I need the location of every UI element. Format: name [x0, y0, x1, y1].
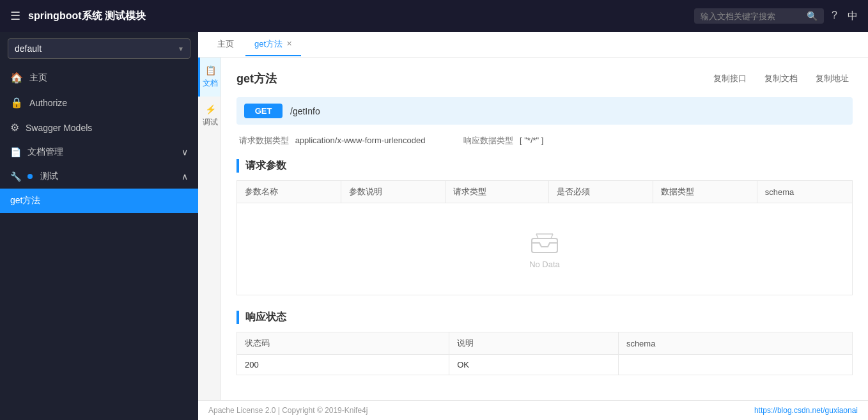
- api-title: get方法: [236, 71, 277, 86]
- doc-icon: 📄: [10, 147, 21, 157]
- response-type-value: [ "*/*" ]: [520, 136, 543, 145]
- side-tab-doc-label: 文档: [203, 78, 218, 89]
- method-path: /getInfo: [290, 106, 320, 116]
- status-code-200: 200: [237, 355, 449, 375]
- request-type-label: 请求数据类型: [239, 136, 289, 145]
- sidebar-item-authorize-label: Authorize: [29, 98, 67, 108]
- lock-icon: 🔒: [10, 97, 23, 109]
- request-type-value: application/x-www-form-urlencoded: [295, 136, 426, 145]
- sidebar-item-test-group[interactable]: 🔧 测试 ∧: [0, 164, 198, 189]
- col-status-code: 状态码: [237, 332, 449, 355]
- col-param-desc: 参数说明: [341, 181, 445, 203]
- response-type-label: 响应数据类型: [463, 136, 513, 145]
- chevron-down-icon: ∨: [182, 147, 188, 157]
- footer: Apache License 2.0 | Copyright © 2019-Kn…: [198, 400, 868, 420]
- tab-home[interactable]: 主页: [208, 33, 243, 56]
- top-header: ☰ springboot系统 测试模块 🔍 ? 中: [0, 0, 868, 32]
- sidebar-item-home[interactable]: 🏠 主页: [0, 65, 198, 90]
- col-data-type: 数据类型: [653, 181, 757, 203]
- response-content-type: 响应数据类型 [ "*/*" ]: [463, 135, 543, 146]
- sidebar-item-get-method[interactable]: get方法: [0, 189, 198, 213]
- tab-get-label: get方法: [254, 38, 283, 50]
- response-row-200: 200 OK: [237, 355, 853, 375]
- copy-address-button[interactable]: 复制地址: [812, 70, 853, 87]
- get-method-label: get方法: [10, 195, 40, 206]
- col-schema: schema: [757, 181, 852, 203]
- no-data-row: No Data: [237, 203, 853, 295]
- content-area: 主页 get方法 ✕ 📋 文档 ⚡ 调试: [198, 32, 868, 420]
- col-request-type: 请求类型: [445, 181, 549, 203]
- col-required: 是否必须: [549, 181, 653, 203]
- params-section: 请求参数 参数名称 参数说明 请求类型 是否必须 数据类型 schema: [236, 159, 853, 295]
- menu-icon[interactable]: ☰: [10, 9, 20, 23]
- no-data-icon: [529, 229, 561, 254]
- method-badge: GET: [244, 104, 283, 118]
- sidebar-item-home-label: 主页: [29, 72, 47, 84]
- api-actions: 复制接口 复制文档 复制地址: [709, 70, 853, 87]
- tab-bar: 主页 get方法 ✕: [198, 32, 868, 58]
- doc-side-icon: 📋: [205, 65, 216, 75]
- svg-rect-0: [532, 238, 557, 253]
- search-box: 🔍: [694, 8, 824, 24]
- col-response-schema: schema: [618, 332, 852, 355]
- test-icon: 🔧: [10, 171, 21, 182]
- method-row: GET /getInfo: [236, 97, 853, 125]
- project-select[interactable]: default: [8, 38, 190, 59]
- no-data-area: No Data: [237, 203, 852, 295]
- sidebar-item-swagger-models[interactable]: ⚙ Swagger Models: [0, 115, 198, 140]
- test-dot: [27, 174, 33, 179]
- col-param-name: 参数名称: [237, 181, 341, 203]
- response-section: 响应状态 状态码 说明 schema 200 OK: [236, 311, 853, 375]
- params-header-row: 参数名称 参数说明 请求类型 是否必须 数据类型 schema: [237, 181, 853, 203]
- app-title: springboot系统 测试模块: [28, 10, 686, 23]
- request-content-type: 请求数据类型 application/x-www-form-urlencoded: [239, 135, 425, 146]
- status-desc-ok: OK: [449, 355, 619, 375]
- footer-right: https://blog.csdn.net/guxiaonai: [754, 406, 858, 415]
- sidebar-item-swagger-label: Swagger Models: [26, 123, 92, 133]
- help-icon[interactable]: ?: [832, 10, 837, 23]
- api-content: 📋 文档 ⚡ 调试 get方法 复制接口 复制文档 复制地址: [198, 58, 868, 400]
- response-table: 状态码 说明 schema 200 OK: [236, 332, 853, 375]
- sidebar: default 🏠 主页 🔒 Authorize ⚙ Swagger Model…: [0, 32, 198, 420]
- sidebar-item-test-label: 测试: [40, 171, 58, 182]
- api-main: get方法 复制接口 复制文档 复制地址 GET /getInfo 请求数据类型: [221, 58, 868, 400]
- no-data-label: No Data: [529, 260, 560, 269]
- params-section-title: 请求参数: [236, 159, 853, 173]
- copy-doc-button[interactable]: 复制文档: [761, 70, 802, 87]
- footer-left: Apache License 2.0 | Copyright © 2019-Kn…: [208, 406, 368, 415]
- lang-icon[interactable]: 中: [848, 10, 858, 23]
- tab-close-icon[interactable]: ✕: [286, 40, 292, 48]
- chevron-up-icon: ∧: [182, 171, 188, 182]
- sidebar-item-doc-label: 文档管理: [27, 146, 63, 158]
- header-icons: ? 中: [832, 10, 858, 23]
- response-header-row: 状态码 说明 schema: [237, 332, 853, 355]
- params-table: 参数名称 参数说明 请求类型 是否必须 数据类型 schema: [236, 180, 853, 295]
- search-input[interactable]: [701, 12, 803, 21]
- side-tab-debug-label: 调试: [203, 117, 218, 128]
- sidebar-item-doc-management[interactable]: 📄 文档管理 ∨: [0, 140, 198, 164]
- side-tab-debug[interactable]: ⚡ 调试: [198, 97, 221, 136]
- main-layout: default 🏠 主页 🔒 Authorize ⚙ Swagger Model…: [0, 32, 868, 420]
- tab-home-label: 主页: [217, 38, 234, 50]
- response-section-title: 响应状态: [236, 311, 853, 324]
- info-row: 请求数据类型 application/x-www-form-urlencoded…: [236, 135, 853, 146]
- home-icon: 🏠: [10, 72, 23, 84]
- debug-side-icon: ⚡: [205, 104, 216, 114]
- tab-get-method[interactable]: get方法 ✕: [245, 33, 301, 56]
- search-icon[interactable]: 🔍: [807, 11, 818, 21]
- gear-icon: ⚙: [10, 121, 19, 134]
- copy-interface-button[interactable]: 复制接口: [709, 70, 750, 87]
- side-tabs: 📋 文档 ⚡ 调试: [198, 58, 221, 400]
- col-response-desc: 说明: [449, 332, 619, 355]
- sidebar-item-authorize[interactable]: 🔒 Authorize: [0, 90, 198, 115]
- project-select-wrapper: default: [8, 38, 190, 59]
- api-title-row: get方法 复制接口 复制文档 复制地址: [236, 70, 853, 87]
- status-schema-empty: [618, 355, 852, 375]
- side-tab-doc[interactable]: 📋 文档: [198, 58, 221, 97]
